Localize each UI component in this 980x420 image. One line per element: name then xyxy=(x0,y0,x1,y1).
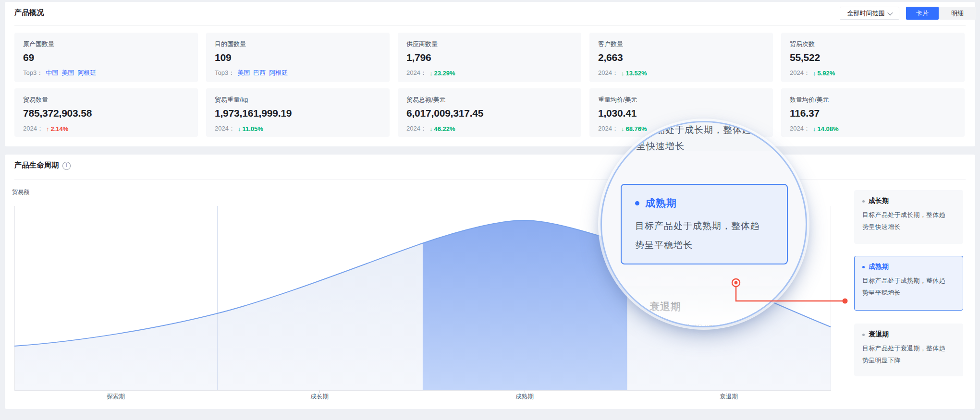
top3-prefix: Top3： xyxy=(23,69,43,77)
stat-value: 69 xyxy=(23,52,189,63)
stat-value: 1,796 xyxy=(406,52,573,63)
lifecycle-title-text: 产品生命周期 xyxy=(14,161,59,169)
yoy-percent: 2.14% xyxy=(50,125,68,132)
time-range-select[interactable]: 全部时间范围 xyxy=(840,7,899,20)
arrow-down-icon: ↓ xyxy=(238,125,241,132)
overview-title: 产品概况 xyxy=(14,8,44,17)
year-prefix: 2024： xyxy=(406,69,427,77)
stat-card-suppliers: 供应商数量 1,796 2024： ↓23.29% xyxy=(398,33,581,82)
trade-dashboard: { "colors": {"accent":"#3370ff","green":… xyxy=(0,0,980,420)
stat-value: 2,663 xyxy=(598,52,764,63)
info-icon[interactable]: i xyxy=(62,162,71,170)
card-view-button[interactable]: 卡片 xyxy=(906,7,939,20)
yoy-percent: 11.05% xyxy=(242,125,263,132)
year-prefix: 2024： xyxy=(598,124,618,133)
stat-card-trade-count: 贸易次数 55,522 2024： ↓5.92% xyxy=(781,33,965,82)
top3-link[interactable]: 阿根廷 xyxy=(269,69,288,77)
lifecycle-title: 产品生命周期i xyxy=(14,161,71,170)
year-prefix: 2024： xyxy=(598,69,618,77)
x-axis-label-maturity: 成熟期 xyxy=(496,393,553,401)
arrow-down-icon: ↓ xyxy=(813,125,816,132)
phase-card-head: 衰退期 xyxy=(862,330,955,339)
arrow-up-icon: ↑ xyxy=(46,125,49,132)
yoy-percent: 13.52% xyxy=(625,70,647,77)
magnified-maturity-card: 成熟期 目标产品处于成熟期，整体趋 势呈平稳增长 xyxy=(621,184,788,264)
y-axis-label: 贸易额 xyxy=(12,188,29,196)
magnified-card-line2: 势呈平稳增长 xyxy=(635,236,773,255)
stat-yoy: 2024： ↓14.08% xyxy=(790,124,956,133)
stat-value: 785,372,903.58 xyxy=(23,108,189,119)
dot-icon xyxy=(862,266,865,268)
phase-card-desc: 目标产品处于衰退期，整体趋势呈明显下降 xyxy=(862,342,950,366)
arrow-down-icon: ↓ xyxy=(429,125,433,132)
top3-link[interactable]: 巴西 xyxy=(253,69,266,77)
stat-yoy: 2024： ↓5.92% xyxy=(790,69,956,77)
yoy-percent: 46.22% xyxy=(434,125,455,132)
stat-yoy: 2024： ↓13.52% xyxy=(598,69,764,77)
stat-yoy: 2024： ↓11.05% xyxy=(215,124,381,133)
year-prefix: 2024： xyxy=(215,124,235,133)
stat-value: 109 xyxy=(215,52,381,63)
phase-card-decline[interactable]: 衰退期 目标产品处于衰退期，整体趋势呈明显下降 xyxy=(854,324,963,376)
phase-card-name: 成熟期 xyxy=(869,263,889,271)
stat-label: 目的国数量 xyxy=(215,40,381,48)
top3-link[interactable]: 阿根廷 xyxy=(77,69,96,77)
product-overview-section: 产品概况 全部时间范围 卡片 明细 原产国数量 69 Top3： 中国 美国 阿… xyxy=(5,2,975,146)
stat-card-quantity-avg-price: 数量均价/美元 116.37 2024： ↓14.08% xyxy=(781,88,965,137)
magnified-decline-title: 衰退期 xyxy=(649,300,681,313)
stat-value: 6,017,009,317.45 xyxy=(406,108,573,119)
phase-card-growth[interactable]: 成长期 目标产品处于成长期，整体趋势呈快速增长 xyxy=(854,190,963,244)
top3-link[interactable]: 中国 xyxy=(46,69,58,77)
stat-yoy: 2024： ↓23.29% xyxy=(406,69,573,77)
stat-label: 贸易重量/kg xyxy=(215,96,381,104)
arrow-down-icon: ↓ xyxy=(621,125,625,132)
stat-card-trade-amount: 贸易总额/美元 6,017,009,317.45 2024： ↓46.22% xyxy=(398,88,581,137)
magnified-card-title: 成熟期 xyxy=(645,196,677,210)
phase-card-name: 衰退期 xyxy=(869,330,889,339)
stat-label: 数量均价/美元 xyxy=(790,96,956,104)
x-axis-label-exploration: 探索期 xyxy=(87,393,145,401)
stat-label: 重量均价/美元 xyxy=(598,96,764,104)
stat-label: 贸易总额/美元 xyxy=(406,96,573,104)
divider xyxy=(14,25,966,26)
stat-label: 贸易次数 xyxy=(790,40,956,48)
connector-end-dot xyxy=(843,299,848,304)
year-prefix: 2024： xyxy=(790,124,810,133)
stat-label: 供应商数量 xyxy=(406,40,573,48)
detail-view-button[interactable]: 明细 xyxy=(939,7,976,20)
year-prefix: 2024： xyxy=(23,124,43,133)
stat-card-trade-weight: 贸易重量/kg 1,973,161,999.19 2024： ↓11.05% xyxy=(206,88,390,137)
stat-card-destination-countries: 目的国数量 109 Top3： 美国 巴西 阿根廷 xyxy=(206,33,390,82)
view-toggle: 卡片 明细 xyxy=(906,7,976,20)
time-range-value: 全部时间范围 xyxy=(847,9,885,18)
stat-value: 55,522 xyxy=(790,52,956,63)
dot-icon xyxy=(862,200,865,203)
yoy-percent: 68.76% xyxy=(625,125,647,132)
phase-card-head: 成熟期 xyxy=(862,263,955,271)
stat-card-trade-quantity: 贸易数量 785,372,903.58 2024： ↑2.14% xyxy=(14,88,198,137)
year-prefix: 2024： xyxy=(790,69,810,77)
top3-link[interactable]: 美国 xyxy=(237,69,250,77)
stat-value: 1,973,161,999.19 xyxy=(215,108,381,119)
arrow-down-icon: ↓ xyxy=(429,70,433,77)
x-axis-label-growth: 成长期 xyxy=(291,393,348,401)
stat-label: 客户数量 xyxy=(598,40,764,48)
x-axis-label-decline: 衰退期 xyxy=(700,393,758,401)
yoy-percent: 5.92% xyxy=(817,70,835,77)
stat-yoy: 2024： ↑2.14% xyxy=(23,124,189,133)
phase-card-head: 成长期 xyxy=(862,197,955,205)
divider xyxy=(14,179,966,180)
phase-card-maturity[interactable]: 成熟期 目标产品处于成熟期，整体趋势呈平稳增长 xyxy=(854,256,963,311)
connector-line xyxy=(736,287,844,301)
phase-card-desc: 目标产品处于成熟期，整体趋势呈平稳增长 xyxy=(862,275,950,299)
dot-icon xyxy=(635,201,639,205)
year-prefix: 2024： xyxy=(406,124,427,133)
stat-label: 原产国数量 xyxy=(23,40,189,48)
top3-link[interactable]: 美国 xyxy=(61,69,74,77)
stat-value: 1,030.41 xyxy=(598,108,764,119)
magnifier-connector xyxy=(692,271,865,310)
phase-card-desc: 目标产品处于成长期，整体趋势呈快速增长 xyxy=(862,209,950,233)
stat-yoy: 2024： ↓46.22% xyxy=(406,124,573,133)
arrow-down-icon: ↓ xyxy=(621,70,625,77)
stat-label: 贸易数量 xyxy=(23,96,189,104)
